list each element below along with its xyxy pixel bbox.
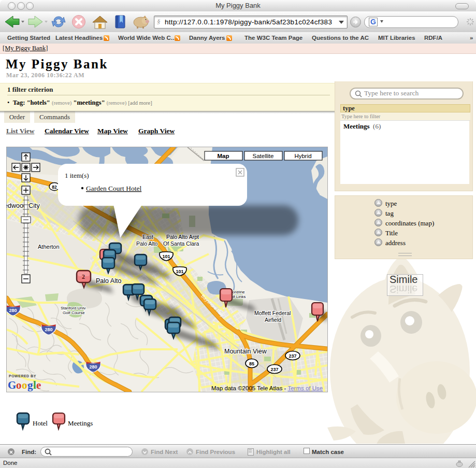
svg-text:Airfield: Airfield [265, 317, 281, 323]
svg-text:101: 101 [176, 269, 183, 274]
svg-text:101: 101 [162, 254, 170, 259]
svg-text:Of Santa Clara: Of Santa Clara [163, 240, 199, 247]
svg-text:G: G [8, 379, 16, 391]
svg-text:Garden Court Hotel: Garden Court Hotel [86, 185, 141, 192]
svg-text:280: 280 [89, 364, 97, 370]
svg-text:Golf Course: Golf Course [63, 310, 85, 315]
svg-text:o: o [22, 379, 27, 391]
svg-text:Stanford Univ: Stanford Univ [61, 306, 85, 310]
svg-text:Map data ©2005 Tele Atlas - Te: Map data ©2005 Tele Atlas - Terms of Use [211, 385, 323, 391]
svg-text:POWERED BY: POWERED BY [9, 374, 36, 378]
svg-text:237: 237 [289, 353, 296, 359]
svg-text:2: 2 [82, 273, 85, 280]
svg-text:Map: Map [218, 153, 229, 159]
svg-text:1 item(s): 1 item(s) [65, 172, 89, 179]
svg-text:o: o [16, 379, 22, 391]
svg-text:280: 280 [9, 308, 17, 313]
svg-text:237: 237 [270, 367, 278, 372]
svg-text:Mountain View: Mountain View [224, 348, 267, 355]
svg-text:Atherton: Atherton [38, 244, 60, 250]
svg-text:Satellite: Satellite [253, 153, 274, 159]
svg-text:g: g [27, 379, 33, 391]
svg-text:Hybrid: Hybrid [294, 153, 311, 159]
svg-text:82: 82 [52, 185, 57, 190]
svg-text:Moffett Federal: Moffett Federal [254, 310, 291, 316]
svg-text:Palo Alto: Palo Alto [136, 240, 158, 247]
svg-text:85: 85 [249, 361, 254, 366]
svg-text:Palo Alto: Palo Alto [96, 277, 121, 285]
svg-text:Redwood City: Redwood City [7, 202, 40, 209]
svg-text:e: e [36, 379, 41, 391]
svg-text:280: 280 [45, 327, 52, 332]
